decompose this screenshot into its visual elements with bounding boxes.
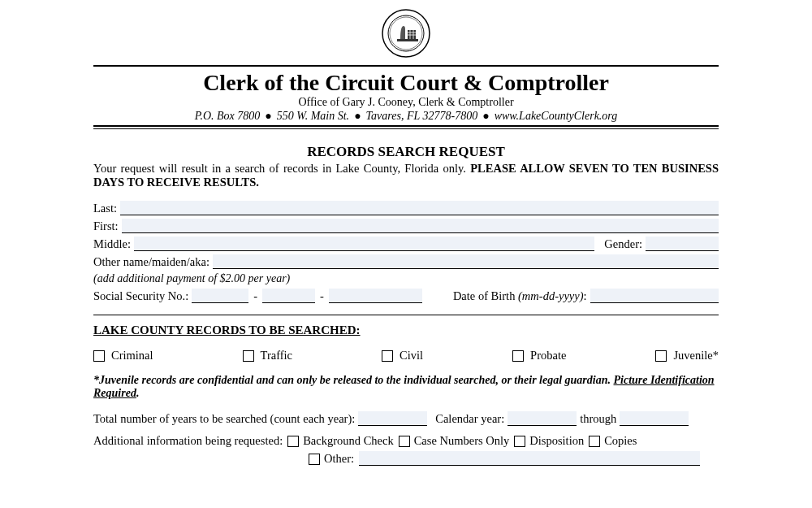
civil-label: Civil — [400, 349, 423, 363]
disposition-label: Disposition — [529, 434, 584, 448]
aka-input[interactable] — [213, 254, 719, 269]
aka-note: (add additional payment of $2.00 per yea… — [93, 272, 719, 285]
through-label: through — [580, 412, 616, 426]
records-heading: LAKE COUNTY RECORDS TO BE SEARCHED: — [93, 323, 719, 337]
svg-point-1 — [388, 15, 424, 51]
last-input[interactable] — [120, 201, 719, 215]
year-from-input[interactable] — [508, 411, 577, 426]
traffic-label: Traffic — [261, 349, 292, 363]
svg-point-0 — [382, 10, 430, 57]
traffic-checkbox[interactable] — [243, 350, 254, 362]
dash: - — [252, 289, 259, 303]
middle-label: Middle: — [93, 237, 131, 251]
copies-checkbox[interactable] — [589, 436, 600, 447]
dash: - — [318, 289, 326, 303]
other-input[interactable] — [359, 451, 700, 466]
dob-input[interactable] — [590, 289, 719, 303]
intro-prefix: Your request will result in a search of … — [93, 162, 470, 175]
bgcheck-label: Background Check — [303, 434, 394, 448]
casenum-label: Case Numbers Only — [414, 434, 510, 448]
copies-label: Copies — [604, 434, 637, 448]
probate-checkbox[interactable] — [512, 350, 524, 362]
probate-label: Probate — [530, 349, 566, 363]
po-box: P.O. Box 7800 — [195, 110, 261, 122]
disclaimer-main: *Juvenile records are confidential and c… — [93, 374, 611, 386]
ssn-3-input[interactable] — [329, 289, 422, 303]
juvenile-label: Juvenile* — [673, 349, 719, 363]
svg-rect-8 — [397, 39, 418, 41]
middle-input[interactable] — [134, 237, 594, 251]
gender-input[interactable] — [646, 237, 719, 251]
address-line: P.O. Box 7800●550 W. Main St.●Tavares, F… — [93, 110, 719, 123]
first-label: First: — [93, 219, 119, 233]
calendar-label: Calendar year: — [435, 412, 504, 426]
disposition-checkbox[interactable] — [514, 436, 525, 447]
other-checkbox[interactable] — [309, 454, 320, 465]
gender-label: Gender: — [604, 237, 642, 251]
court-seal — [93, 8, 719, 62]
years-input[interactable] — [358, 411, 427, 426]
year-to-input[interactable] — [620, 411, 689, 426]
last-label: Last: — [93, 202, 117, 215]
addl-label: Additional information being requested: — [93, 434, 283, 448]
aka-label: Other name/maiden/aka: — [93, 255, 209, 269]
intro-text: Your request will result in a search of … — [93, 162, 719, 189]
years-label: Total number of years to be searched (co… — [93, 412, 355, 426]
bgcheck-checkbox[interactable] — [287, 436, 299, 447]
divider — [93, 125, 719, 127]
first-input[interactable] — [122, 219, 719, 233]
civil-checkbox[interactable] — [382, 350, 393, 362]
juvenile-checkbox[interactable] — [655, 350, 667, 362]
casenum-checkbox[interactable] — [399, 436, 410, 447]
city: Tavares, FL 32778-7800 — [366, 110, 478, 122]
juvenile-disclaimer: *Juvenile records are confidential and c… — [93, 374, 719, 400]
divider — [93, 65, 719, 67]
svg-point-2 — [390, 17, 422, 50]
ssn-label: Social Security No.: — [93, 289, 188, 303]
divider — [93, 128, 719, 129]
record-types-row: Criminal Traffic Civil Probate Juvenile* — [93, 349, 719, 363]
website: www.LakeCountyClerk.org — [495, 110, 618, 122]
divider — [93, 315, 719, 315]
criminal-label: Criminal — [111, 349, 153, 363]
subtitle: Office of Gary J. Cooney, Clerk & Comptr… — [93, 96, 719, 109]
svg-rect-3 — [408, 30, 416, 39]
ssn-2-input[interactable] — [262, 289, 315, 303]
form-title: RECORDS SEARCH REQUEST — [93, 144, 719, 160]
street: 550 W. Main St. — [277, 110, 349, 122]
ssn-1-input[interactable] — [192, 289, 248, 303]
dob-label: Date of Birth (mm-dd-yyyy): — [453, 289, 587, 303]
main-title: Clerk of the Circuit Court & Comptroller — [93, 70, 719, 96]
criminal-checkbox[interactable] — [93, 350, 105, 362]
other-label: Other: — [324, 452, 354, 466]
